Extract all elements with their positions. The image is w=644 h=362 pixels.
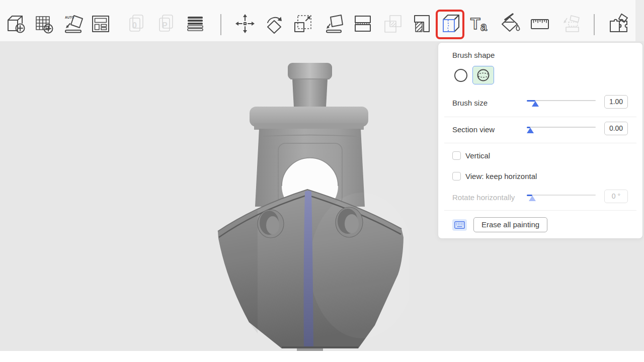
rotate-icon[interactable] (263, 12, 286, 35)
arrange-icon[interactable] (89, 12, 112, 35)
section-view-slider-thumb[interactable] (527, 128, 534, 133)
section-view-label: Section view (452, 125, 495, 134)
mesh-boolean-icon (381, 12, 405, 35)
text-glyph-a: a (480, 20, 487, 33)
measure-icon[interactable] (528, 12, 551, 35)
panel-divider (444, 143, 636, 143)
p-glyph: P (162, 21, 168, 30)
keyboard-shortcut-icon[interactable] (452, 219, 467, 231)
keep-horizontal-checkbox-label: View: keep horizontal (465, 172, 537, 180)
plugins-icon[interactable] (606, 12, 629, 35)
add-object-icon[interactable] (5, 12, 28, 35)
toolbar-separator (220, 14, 221, 35)
seam-painting-icon[interactable] (439, 12, 462, 35)
brush-size-value[interactable]: 1.00 (604, 95, 628, 109)
brush-shape-circle-option[interactable] (454, 69, 467, 82)
keep-horizontal-checkbox[interactable] (452, 172, 461, 180)
assembly-view-icon (558, 12, 582, 35)
place-on-face-icon[interactable] (322, 12, 345, 35)
support-painting-icon[interactable] (410, 12, 433, 35)
auto-orient-icon[interactable]: AUTO (61, 12, 85, 35)
vertical-checkbox[interactable] (452, 151, 461, 160)
move-icon[interactable] (233, 12, 257, 35)
brush-size-slider-thumb[interactable] (532, 101, 539, 107)
rotate-horizontally-value: 0 ° (604, 190, 628, 203)
zero-glyph: 0 (132, 21, 137, 30)
scale-icon[interactable] (291, 12, 314, 35)
viewport-canvas[interactable]: Brush shape Brush size 1.00 Section view (0, 41, 644, 351)
color-painting-icon[interactable] (498, 12, 521, 35)
variable-layer-height-icon[interactable] (184, 12, 207, 35)
rotate-horizontally-slider-thumb (529, 196, 536, 201)
vertical-checkbox-label: Vertical (465, 151, 490, 160)
toolbar-separator (594, 14, 595, 35)
sphere-icon (476, 68, 490, 82)
text-tool-icon[interactable]: T a (468, 12, 491, 35)
erase-all-painting-button[interactable]: Erase all painting (473, 217, 547, 232)
panel-divider (444, 117, 636, 117)
benchy-hawse-hole-right (336, 207, 363, 237)
section-view-slider[interactable] (527, 124, 596, 135)
panel-divider (444, 210, 636, 211)
rotate-horizontally-label: Rotate horizontally (452, 193, 515, 202)
brush-shape-sphere-option[interactable] (472, 66, 494, 84)
benchy-hull (218, 190, 409, 351)
app-window: AUTO 0 (0, 0, 644, 362)
brush-shape-label: Brush shape (452, 51, 495, 59)
cut-icon[interactable] (351, 12, 374, 35)
seam-painting-panel: Brush shape Brush size 1.00 Section view (438, 42, 643, 239)
print-plate-icon: P (154, 12, 178, 35)
benchy-hawse-hole-left (258, 210, 284, 238)
add-plate-icon[interactable] (33, 12, 56, 35)
text-glyph-T: T (470, 15, 480, 33)
main-toolbar: AUTO 0 (0, 0, 644, 41)
section-view-value[interactable]: 0.00 (604, 122, 628, 135)
brush-size-slider[interactable] (527, 98, 596, 109)
keep-horizontal-checkbox-row[interactable]: View: keep horizontal (452, 172, 537, 180)
toolbar-edge (635, 0, 644, 41)
vertical-checkbox-row[interactable]: Vertical (452, 151, 490, 160)
export-zero-icon: 0 (125, 12, 148, 35)
benchy-model[interactable] (211, 49, 409, 351)
brush-size-label: Brush size (452, 99, 488, 107)
rotate-horizontally-slider (527, 192, 596, 203)
